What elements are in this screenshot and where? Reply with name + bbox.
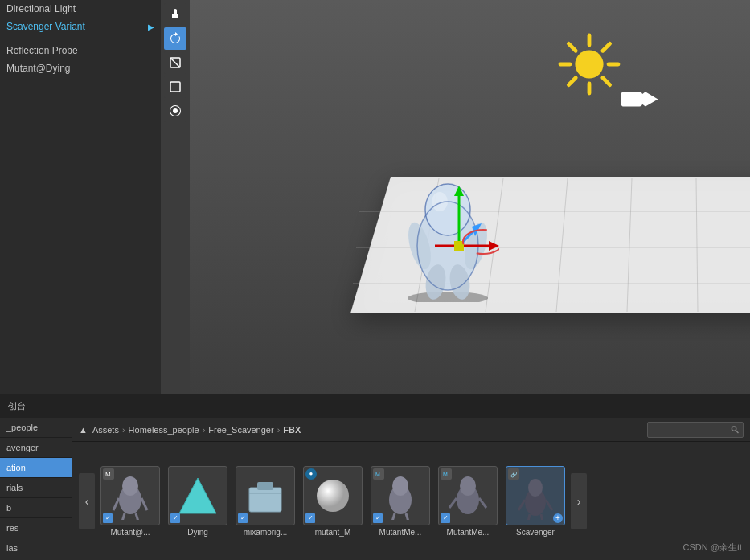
svg-point-41 bbox=[732, 426, 736, 430]
status-text: 创台 bbox=[8, 400, 26, 412]
svg-line-68 bbox=[518, 500, 525, 510]
asset-item-scavenger[interactable]: + 🔗 Scavenger bbox=[503, 466, 568, 537]
svg-line-47 bbox=[122, 513, 125, 520]
svg-point-54 bbox=[317, 480, 349, 512]
svg-text:M: M bbox=[443, 472, 448, 477]
svg-rect-52 bbox=[257, 482, 273, 490]
breadcrumb-bar: ▲ Assets › Homeless_people › Free_Scaven… bbox=[72, 418, 750, 442]
svg-rect-2 bbox=[170, 82, 180, 92]
search-input[interactable] bbox=[651, 425, 731, 435]
breadcrumb-homeless-people[interactable]: Homeless_people bbox=[129, 425, 199, 435]
transform-gizmo bbox=[419, 182, 499, 265]
svg-line-71 bbox=[541, 514, 543, 520]
bottom-sidebar-ation[interactable]: ation bbox=[0, 458, 72, 478]
svg-point-62 bbox=[460, 476, 476, 496]
bottom-left-sidebar: _people avenger ation rials b res ias ot… bbox=[0, 418, 72, 560]
svg-rect-51 bbox=[249, 488, 281, 512]
breadcrumb-fbx[interactable]: FBX bbox=[283, 425, 301, 435]
asset-item-dying[interactable]: ✓ Dying bbox=[166, 466, 230, 537]
assets-prev-button[interactable]: ‹ bbox=[79, 473, 95, 529]
sidebar-item-empty[interactable] bbox=[0, 35, 161, 42]
svg-text:M: M bbox=[105, 471, 111, 478]
rect-tool-button[interactable] bbox=[164, 76, 186, 98]
sidebar-item-mutant-dying[interactable]: Mutant@Dying bbox=[0, 59, 161, 77]
asset-item-mutant-m[interactable]: ✓ ● mutant_M bbox=[301, 466, 365, 537]
asset-item-mutantme-2[interactable]: ✓ M MutantMe... bbox=[436, 466, 500, 537]
3d-viewport[interactable] bbox=[190, 0, 750, 394]
bottom-sidebar-avenger[interactable]: avenger bbox=[0, 438, 72, 458]
svg-line-70 bbox=[528, 514, 530, 520]
search-bar bbox=[647, 422, 744, 438]
breadcrumb-up-arrow[interactable]: ▲ bbox=[79, 425, 88, 435]
svg-line-64 bbox=[479, 498, 486, 508]
bottom-sidebar-rials[interactable]: rials bbox=[0, 478, 72, 498]
camera-icon bbox=[617, 84, 658, 116]
svg-point-67 bbox=[528, 479, 543, 497]
sidebar-item-directional-light[interactable]: Directional Light bbox=[0, 0, 161, 18]
svg-marker-50 bbox=[179, 478, 216, 513]
assets-next-button[interactable]: › bbox=[571, 473, 587, 529]
bottom-sidebar-ias[interactable]: ias bbox=[0, 538, 72, 558]
svg-point-40 bbox=[463, 230, 499, 254]
svg-line-69 bbox=[546, 500, 552, 510]
status-bar: 创台 bbox=[0, 394, 750, 418]
svg-line-59 bbox=[406, 513, 408, 520]
svg-line-48 bbox=[136, 513, 138, 520]
hand-tool-button[interactable] bbox=[164, 3, 186, 26]
svg-line-10 bbox=[603, 78, 610, 85]
svg-line-9 bbox=[568, 43, 576, 51]
svg-point-44 bbox=[122, 476, 138, 496]
svg-point-23 bbox=[408, 292, 488, 302]
assets-area: ▲ Assets › Homeless_people › Free_Scaven… bbox=[72, 418, 750, 560]
icon-toolbar bbox=[161, 0, 190, 394]
bottom-sidebar-people[interactable]: _people bbox=[0, 418, 72, 438]
sun-icon bbox=[557, 32, 621, 96]
svg-text:M: M bbox=[375, 472, 380, 477]
watermark: CSDN @余生tt bbox=[682, 542, 742, 554]
svg-point-4 bbox=[575, 50, 603, 78]
asset-item-mixamorig[interactable]: ✓ mixamorig... bbox=[233, 466, 297, 537]
svg-line-63 bbox=[449, 498, 457, 508]
asset-item-mutant[interactable]: ✓ M Mutant@... bbox=[98, 466, 162, 537]
settings-tool-button[interactable] bbox=[164, 100, 186, 122]
bottom-panel: _people avenger ation rials b res ias ot… bbox=[0, 418, 750, 560]
breadcrumb-assets[interactable]: Assets bbox=[92, 425, 119, 435]
svg-line-46 bbox=[141, 498, 147, 510]
svg-text:🔗: 🔗 bbox=[510, 471, 518, 478]
scale-tool-button[interactable] bbox=[164, 51, 186, 74]
svg-marker-34 bbox=[454, 186, 464, 196]
rotate-tool-button[interactable] bbox=[164, 27, 186, 50]
bottom-sidebar-res[interactable]: res bbox=[0, 518, 72, 538]
svg-point-3 bbox=[173, 108, 178, 113]
svg-line-58 bbox=[392, 513, 395, 520]
breadcrumb-free-scavenger[interactable]: Free_Scavenger bbox=[208, 425, 273, 435]
svg-line-45 bbox=[113, 498, 119, 510]
sidebar-item-reflection-probe[interactable]: Reflection Probe bbox=[0, 42, 161, 59]
left-sidebar: Directional Light Scavenger Variant ▶ Re… bbox=[0, 0, 161, 394]
svg-line-1 bbox=[170, 58, 180, 67]
svg-line-12 bbox=[568, 78, 576, 85]
asset-item-mutantme-1[interactable]: ✓ M MutantMe... bbox=[368, 466, 432, 537]
sidebar-item-scavenger-variant[interactable]: Scavenger Variant ▶ bbox=[0, 18, 161, 35]
svg-line-42 bbox=[736, 431, 739, 433]
bottom-sidebar-b[interactable]: b bbox=[0, 498, 72, 518]
assets-grid: ‹ ✓ M Mutant@... ✓ bbox=[72, 442, 750, 560]
svg-line-11 bbox=[603, 43, 610, 51]
